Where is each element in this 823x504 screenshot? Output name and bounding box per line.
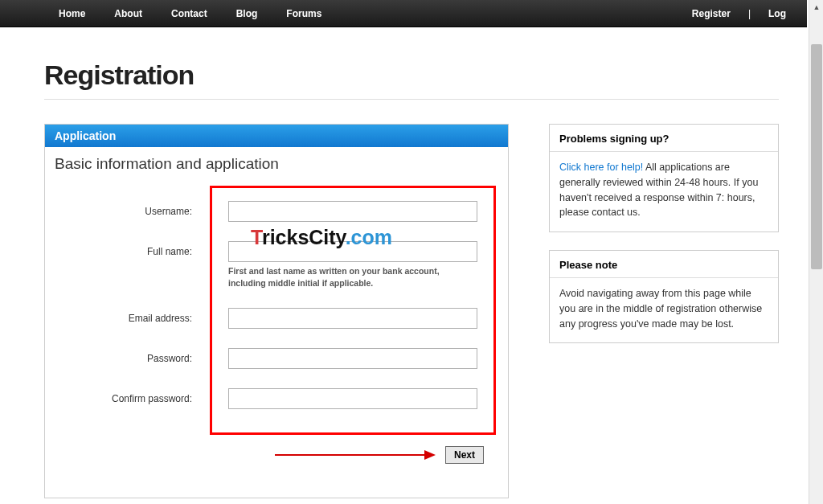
email-input[interactable] bbox=[228, 308, 477, 329]
main-column: Application Basic information and applic… bbox=[44, 124, 509, 498]
fullname-hint: First and last name as written on your b… bbox=[228, 265, 477, 289]
page-title: Registration bbox=[0, 27, 823, 99]
title-underline bbox=[44, 99, 779, 100]
nav-blog[interactable]: Blog bbox=[222, 0, 272, 27]
username-label: Username: bbox=[72, 201, 208, 217]
form-area: Username: Full name: First and last name… bbox=[45, 186, 508, 498]
sidebar-box-note-title: Please note bbox=[550, 251, 778, 278]
password-input[interactable] bbox=[228, 348, 477, 369]
form-row-email: Email address: bbox=[228, 308, 477, 329]
svg-marker-1 bbox=[424, 450, 436, 460]
nav-divider: | bbox=[745, 8, 754, 19]
scroll-up-icon[interactable]: ▲ bbox=[809, 0, 823, 14]
next-button[interactable]: Next bbox=[445, 446, 484, 464]
username-input[interactable] bbox=[228, 201, 477, 222]
email-label: Email address: bbox=[72, 308, 208, 324]
action-row: Next bbox=[53, 435, 500, 473]
top-nav: Home About Contact Blog Forums Register … bbox=[0, 0, 807, 27]
arrow-right-icon bbox=[275, 449, 436, 461]
nav-login[interactable]: Log bbox=[754, 0, 800, 27]
panel-header: Application bbox=[45, 125, 508, 147]
sidebar-box-problems-body: Click here for help! All applications ar… bbox=[550, 152, 778, 232]
sidebar-box-note: Please note Avoid navigating away from t… bbox=[549, 250, 779, 343]
confirm-label: Confirm password: bbox=[72, 388, 208, 404]
nav-right: Register | Log bbox=[678, 0, 807, 27]
sidebar-box-problems: Problems signing up? Click here for help… bbox=[549, 124, 779, 232]
nav-contact[interactable]: Contact bbox=[157, 0, 222, 27]
fullname-input[interactable] bbox=[228, 241, 477, 262]
scroll-thumb[interactable] bbox=[811, 44, 822, 269]
form-row-confirm: Confirm password: bbox=[228, 388, 477, 409]
fullname-label: Full name: bbox=[72, 241, 208, 257]
section-title: Basic information and application bbox=[45, 147, 508, 186]
form-row-username: Username: bbox=[228, 201, 477, 222]
confirm-password-input[interactable] bbox=[228, 388, 477, 409]
highlight-box: Username: Full name: First and last name… bbox=[210, 186, 496, 435]
sidebar-box-problems-title: Problems signing up? bbox=[550, 125, 778, 152]
nav-home[interactable]: Home bbox=[44, 0, 100, 27]
help-link[interactable]: Click here for help! bbox=[559, 162, 643, 173]
layout: Application Basic information and applic… bbox=[0, 124, 823, 498]
scrollbar[interactable]: ▲ bbox=[809, 0, 823, 504]
password-label: Password: bbox=[72, 348, 208, 364]
form-row-fullname: Full name: First and last name as writte… bbox=[228, 241, 477, 289]
side-column: Problems signing up? Click here for help… bbox=[549, 124, 779, 498]
sidebar-box-note-body: Avoid navigating away from this page whi… bbox=[550, 278, 778, 342]
nav-register[interactable]: Register bbox=[678, 0, 745, 27]
nav-left: Home About Contact Blog Forums bbox=[0, 0, 336, 27]
nav-about[interactable]: About bbox=[100, 0, 157, 27]
nav-forums[interactable]: Forums bbox=[272, 0, 336, 27]
form-row-password: Password: bbox=[228, 348, 477, 369]
